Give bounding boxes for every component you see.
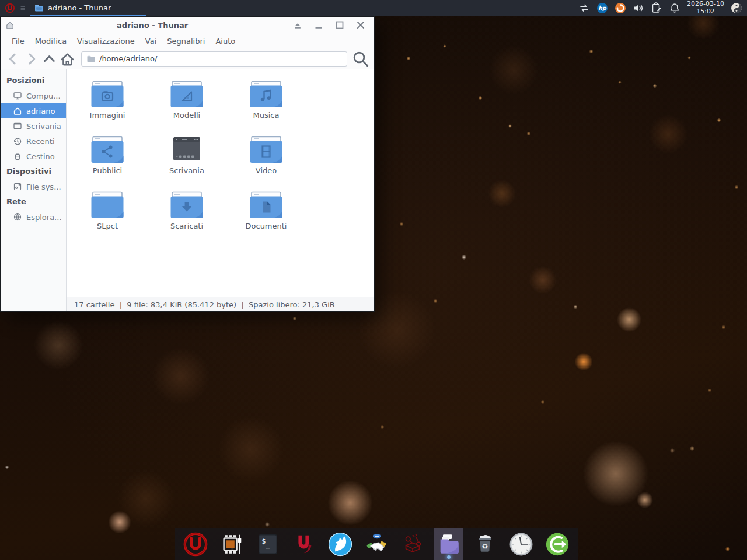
shade-button[interactable] [290, 19, 305, 32]
status-text: 17 cartelle | 9 file: 83,4 KiB (85.412 b… [74, 300, 335, 309]
folder-slpct[interactable]: SLpct [68, 190, 147, 245]
folder-video[interactable]: Video [226, 134, 306, 190]
clock-app-icon [508, 531, 535, 558]
sidebar-item-label: Recenti [26, 137, 55, 146]
path-text: /home/adriano/ [99, 54, 157, 63]
sidebar-item-compu[interactable]: Compu... [1, 88, 66, 103]
dock-toolbox-app[interactable] [398, 528, 427, 560]
yinyang-icon[interactable] [731, 2, 742, 14]
computer-icon [13, 91, 22, 100]
window-icon [5, 20, 15, 30]
sidebar-item-recenti[interactable]: Recenti [1, 134, 66, 149]
toolbox-app-icon [399, 531, 426, 558]
svg-text:♻: ♻ [481, 542, 488, 551]
titlebar[interactable]: adriano - Thunar [1, 17, 374, 33]
sidebar-item-cestino[interactable]: Cestino [1, 149, 66, 164]
applications-menu-icon[interactable] [5, 3, 15, 13]
status-bar: 17 cartelle | 9 file: 83,4 KiB (85.412 b… [67, 297, 374, 312]
toolbar: /home/adriano/ [1, 48, 374, 69]
document-folder-icon [247, 190, 285, 219]
update-icon[interactable] [615, 2, 626, 14]
forward-button[interactable] [22, 51, 40, 67]
folder-musica[interactable]: Musica [226, 79, 306, 134]
dock-file-manager[interactable] [434, 528, 463, 560]
drive-icon [13, 182, 22, 191]
sidebar-item-label: Compu... [26, 92, 61, 100]
path-folder-icon [86, 54, 96, 64]
dock-video-editor[interactable] [217, 528, 246, 560]
up-button[interactable] [40, 51, 58, 67]
folder-immagini[interactable]: Immagini [68, 79, 147, 134]
desktop-folder-icon [168, 134, 205, 163]
panel-handle-icon [19, 4, 26, 12]
dock-terminal[interactable]: $_ [253, 528, 282, 560]
sidebar-item-label: adriano [26, 107, 55, 116]
bell-icon[interactable] [669, 2, 680, 14]
hp-icon[interactable]: hp [596, 2, 608, 14]
svg-text:hp: hp [598, 5, 607, 11]
film-folder-icon [247, 134, 285, 163]
clipboard-icon[interactable] [651, 2, 662, 14]
dock-trash-bin[interactable]: ♻ [470, 528, 500, 560]
folder-scrivania[interactable]: Scrivania [147, 134, 226, 190]
menu-vai[interactable]: Vai [140, 34, 162, 48]
share-folder-icon [89, 134, 126, 163]
music-folder-icon [247, 79, 285, 108]
dock-distro-logo[interactable] [181, 528, 210, 560]
menu-file[interactable]: File [6, 34, 30, 48]
dock-clock-app[interactable] [507, 528, 536, 560]
folder-label: Documenti [246, 222, 287, 230]
network-icon [13, 212, 22, 222]
minimize-button[interactable] [311, 19, 326, 32]
dock-handshake-app[interactable] [362, 528, 391, 560]
menu-visualizzazione[interactable]: Visualizzazione [72, 34, 140, 48]
clock-date: 2026-03-10 [687, 1, 724, 8]
close-button[interactable] [353, 19, 368, 32]
thunar-window: adriano - Thunar FileModificaVisualizzaz… [0, 16, 375, 312]
sidebar-item-label: Scrivania [26, 122, 61, 131]
folder-label: Modelli [173, 111, 200, 120]
sidebar-item-scrivania[interactable]: Scrivania [1, 118, 66, 134]
sidebar-section-posizioni: Posizioni [1, 73, 66, 88]
plain-folder-icon [89, 190, 126, 219]
menu-aiuto[interactable]: Aiuto [210, 34, 240, 48]
video-editor-icon [218, 531, 245, 558]
folder-scaricati[interactable]: Scaricati [147, 190, 226, 245]
taskbar-window-button[interactable]: adriano - Thunar [30, 0, 146, 16]
path-bar[interactable]: /home/adriano/ [81, 51, 347, 66]
dock-logout[interactable] [543, 528, 572, 560]
sidebar-item-label: File sys... [26, 183, 61, 191]
menu-modifica[interactable]: Modifica [30, 34, 72, 48]
panel-clock[interactable]: 2026-03-10 15:02 [687, 1, 724, 15]
sidebar-item-adriano[interactable]: adriano [1, 103, 66, 118]
back-button[interactable] [4, 51, 22, 67]
folder-pubblici[interactable]: Pubblici [68, 134, 147, 190]
menu-segnalibri[interactable]: Segnalibri [162, 34, 210, 48]
clock-time: 15:02 [687, 8, 724, 16]
svg-text:_: _ [266, 540, 270, 548]
folder-documenti[interactable]: Documenti [226, 190, 306, 245]
volume-icon[interactable] [633, 2, 644, 14]
file-manager-icon [435, 531, 462, 558]
logout-icon [544, 531, 571, 558]
home-button[interactable] [58, 51, 76, 67]
maximize-button[interactable] [332, 19, 347, 32]
recent-icon [13, 136, 22, 146]
sidebar-item-filesys[interactable]: File sys... [1, 179, 66, 194]
camera-folder-icon [89, 79, 126, 108]
sync-arrows-icon[interactable] [578, 2, 590, 14]
dock: $_♻ [175, 528, 578, 560]
dock-u-downloader[interactable] [289, 528, 319, 560]
trash-bin-icon: ♻ [472, 531, 498, 558]
setsquare-folder-icon [168, 79, 205, 108]
desktop: adriano - Thunar hp 2026-03-10 15:02 adr… [0, 0, 747, 560]
sidebar-section-dispositivi: Dispositivi [1, 164, 66, 179]
search-button[interactable] [351, 50, 371, 68]
u-downloader-icon [291, 531, 317, 558]
window-title: adriano - Thunar [15, 21, 290, 30]
dock-librewolf-browser[interactable] [326, 528, 355, 560]
folder-modelli[interactable]: Modelli [147, 79, 226, 134]
download-folder-icon [168, 190, 205, 219]
active-task-underline [30, 15, 146, 16]
sidebar-item-esplora[interactable]: Esplora... [1, 209, 66, 225]
